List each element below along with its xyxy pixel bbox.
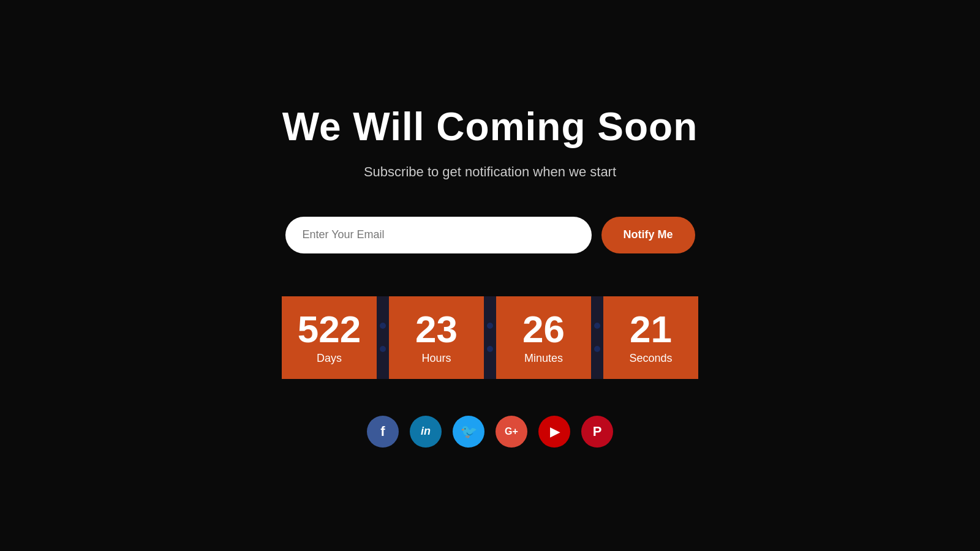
- countdown-days-value: 522: [298, 310, 361, 348]
- countdown-seconds-label: Seconds: [629, 352, 672, 365]
- countdown-timer: 522 Days 23 Hours 26 Minutes 21 Seconds: [282, 296, 698, 379]
- dot-top-2: [487, 323, 493, 329]
- social-linkedin-button[interactable]: in: [410, 416, 442, 448]
- pinterest-icon: P: [593, 424, 602, 440]
- facebook-icon: f: [380, 424, 385, 440]
- linkedin-icon: in: [421, 425, 431, 438]
- social-facebook-button[interactable]: f: [367, 416, 399, 448]
- countdown-minutes-label: Minutes: [524, 352, 563, 365]
- countdown-separator-2: [484, 296, 496, 379]
- main-container: We Will Coming Soon Subscribe to get not…: [0, 104, 980, 448]
- email-form: Notify Me: [285, 217, 695, 253]
- countdown-days-label: Days: [317, 352, 342, 365]
- dot-bottom-2: [487, 346, 493, 352]
- page-subtitle: Subscribe to get notification when we st…: [364, 164, 616, 180]
- social-twitter-button[interactable]: 🐦: [453, 416, 484, 448]
- countdown-separator-1: [377, 296, 389, 379]
- page-title: We Will Coming Soon: [282, 104, 698, 149]
- email-input[interactable]: [285, 217, 592, 253]
- countdown-hours-label: Hours: [421, 352, 451, 365]
- notify-button[interactable]: Notify Me: [601, 217, 695, 253]
- countdown-seconds-block: 21 Seconds: [603, 296, 698, 379]
- social-pinterest-button[interactable]: P: [581, 416, 613, 448]
- social-googleplus-button[interactable]: G+: [496, 416, 527, 448]
- countdown-days-block: 522 Days: [282, 296, 377, 379]
- dot-bottom-3: [594, 346, 600, 352]
- countdown-minutes-block: 26 Minutes: [496, 296, 591, 379]
- twitter-icon: 🐦: [461, 424, 477, 440]
- countdown-hours-value: 23: [415, 310, 458, 348]
- countdown-hours-block: 23 Hours: [389, 296, 484, 379]
- countdown-separator-3: [591, 296, 603, 379]
- dot-top-3: [594, 323, 600, 329]
- youtube-icon: ▶: [550, 424, 559, 439]
- googleplus-icon: G+: [505, 426, 518, 437]
- social-youtube-button[interactable]: ▶: [538, 416, 570, 448]
- countdown-seconds-value: 21: [630, 310, 672, 348]
- social-icons-container: f in 🐦 G+ ▶ P: [367, 416, 613, 448]
- countdown-minutes-value: 26: [522, 310, 565, 348]
- dot-bottom-1: [380, 346, 386, 352]
- dot-top-1: [380, 323, 386, 329]
